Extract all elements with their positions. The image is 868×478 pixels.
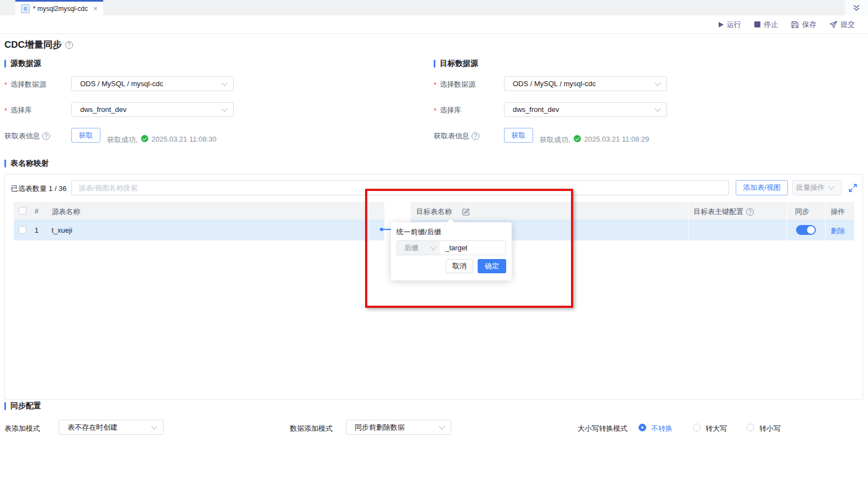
toggle-knob bbox=[807, 226, 815, 234]
data-add-mode-select[interactable]: 同步前删除数据 bbox=[346, 420, 451, 435]
radio-to-uppercase[interactable] bbox=[693, 424, 701, 431]
page-title: CDC增量同步 ? bbox=[4, 38, 73, 51]
chevron-down-icon bbox=[430, 244, 436, 250]
chevron-down-icon bbox=[439, 423, 445, 429]
source-db-value: dws_front_dev bbox=[80, 105, 127, 114]
success-check-icon bbox=[141, 135, 148, 142]
submit-label: 提交 bbox=[841, 20, 855, 30]
save-icon bbox=[791, 21, 799, 29]
delete-row-link[interactable]: 删除 bbox=[831, 226, 845, 236]
data-add-mode-label: 数据添加模式 bbox=[290, 424, 333, 434]
case-convert-mode-label: 大小写转换模式 bbox=[578, 424, 628, 434]
radio-no-convert[interactable] bbox=[639, 424, 646, 431]
double-chevron-down-icon[interactable] bbox=[852, 3, 861, 12]
source-datasource-value: ODS / MySQL / mysql-cdc bbox=[80, 80, 163, 88]
add-table-button[interactable]: 添加表/视图 bbox=[736, 180, 788, 195]
section-sync-config: 同步配置 bbox=[4, 401, 41, 411]
required-mark: * bbox=[4, 106, 7, 115]
col-pk-config: 目标表主键配置 ? bbox=[693, 207, 754, 217]
target-fetch-label: 获取表信息 ? bbox=[434, 131, 479, 141]
col-action: 操作 bbox=[831, 207, 845, 217]
save-label: 保存 bbox=[802, 20, 816, 30]
select-all-checkbox[interactable] bbox=[19, 207, 26, 215]
source-datasource-label-text: 选择数据源 bbox=[10, 80, 46, 89]
table-add-mode-label: 表添加模式 bbox=[4, 424, 40, 434]
app-root: S * mysql2mysql-cdc × 运行 停止 保存 bbox=[0, 0, 868, 478]
source-fetch-label-text: 获取表信息 bbox=[4, 131, 40, 141]
help-icon[interactable]: ? bbox=[746, 208, 754, 216]
confirm-button[interactable]: 确定 bbox=[478, 259, 506, 273]
source-datasource-select[interactable]: ODS / MySQL / mysql-cdc bbox=[71, 76, 234, 91]
target-fetch-time: 2025.03.21 11:08:29 bbox=[584, 135, 649, 143]
chevron-down-icon bbox=[828, 183, 834, 189]
run-button[interactable]: 运行 bbox=[719, 20, 741, 30]
col-target-name: 目标表名称 bbox=[416, 207, 452, 217]
chevron-down-icon bbox=[151, 423, 157, 429]
submit-button[interactable]: 提交 bbox=[830, 20, 855, 30]
section-accent-bar bbox=[4, 402, 6, 410]
save-button[interactable]: 保存 bbox=[791, 20, 816, 30]
help-icon[interactable]: ? bbox=[42, 132, 50, 140]
target-datasource-label-text: 选择数据源 bbox=[440, 80, 475, 89]
chevron-down-icon bbox=[654, 80, 660, 86]
batch-actions-button[interactable]: 批量操作 bbox=[792, 180, 842, 195]
chevron-down-icon bbox=[221, 105, 227, 111]
radio-to-uppercase-label[interactable]: 转大写 bbox=[705, 424, 727, 434]
source-fetch-label: 获取表信息 ? bbox=[4, 131, 50, 141]
radio-no-convert-label[interactable]: 不转换 bbox=[651, 424, 673, 434]
suffix-mode-select[interactable]: 后缀 bbox=[396, 240, 440, 255]
tab-strip-right bbox=[845, 0, 868, 15]
table-add-mode-select[interactable]: 表不存在时创建 bbox=[59, 420, 164, 435]
source-section-title: 源数据源 bbox=[10, 59, 41, 69]
target-fetch-button[interactable]: 获取 bbox=[504, 128, 533, 143]
row-checkbox[interactable] bbox=[19, 226, 26, 234]
job-type-icon: S bbox=[21, 4, 30, 13]
source-db-select[interactable]: dws_front_dev bbox=[71, 102, 234, 117]
chevron-down-icon bbox=[221, 80, 227, 86]
source-fetch-button[interactable]: 获取 bbox=[71, 128, 100, 143]
run-icon bbox=[719, 22, 724, 27]
suffix-mode-value: 后缀 bbox=[404, 243, 418, 253]
add-table-button-label: 添加表/视图 bbox=[743, 183, 781, 193]
source-fetch-status: 获取成功, bbox=[107, 135, 138, 145]
tab-mysql2mysql-cdc[interactable]: S * mysql2mysql-cdc × bbox=[15, 0, 103, 15]
target-fetch-button-label: 获取 bbox=[512, 131, 526, 140]
cancel-button-label: 取消 bbox=[452, 261, 467, 271]
row-index: 1 bbox=[35, 226, 38, 234]
sync-config-section-title: 同步配置 bbox=[10, 401, 41, 411]
table-add-mode-value: 表不存在时创建 bbox=[68, 423, 117, 432]
edit-target-name-icon[interactable] bbox=[462, 208, 470, 216]
confirm-button-label: 确定 bbox=[485, 261, 499, 271]
col-sync: 同步 bbox=[795, 207, 809, 217]
radio-to-lowercase-label[interactable]: 转小写 bbox=[759, 424, 781, 434]
tab-title: * mysql2mysql-cdc bbox=[33, 5, 88, 13]
tab-close-icon[interactable]: × bbox=[93, 4, 98, 13]
required-mark: * bbox=[434, 81, 436, 89]
required-mark: * bbox=[4, 81, 7, 89]
section-source: 源数据源 bbox=[4, 59, 41, 69]
expand-fullscreen-icon[interactable] bbox=[848, 183, 858, 193]
section-accent-bar bbox=[4, 60, 6, 68]
sync-toggle[interactable] bbox=[796, 225, 816, 235]
action-toolbar: 运行 停止 保存 提交 bbox=[0, 15, 868, 34]
target-datasource-select[interactable]: ODS / MySQL / mysql-cdc bbox=[504, 76, 667, 91]
required-mark: * bbox=[434, 106, 436, 115]
radio-to-lowercase[interactable] bbox=[747, 424, 754, 431]
source-fetch-button-label: 获取 bbox=[79, 131, 93, 140]
batch-actions-label: 批量操作 bbox=[796, 183, 825, 193]
stop-button[interactable]: 停止 bbox=[754, 20, 778, 30]
target-db-label: * 选择库 bbox=[434, 105, 461, 115]
target-datasource-label: * 选择数据源 bbox=[434, 80, 475, 89]
table-search-input[interactable] bbox=[71, 180, 729, 195]
row-source-name: t_xueji bbox=[52, 226, 72, 234]
help-icon[interactable]: ? bbox=[65, 41, 73, 49]
target-db-select[interactable]: dws_front_dev bbox=[504, 102, 667, 117]
tab-bar: S * mysql2mysql-cdc × bbox=[0, 0, 868, 16]
source-fetch-time: 2025.03.21 11:08:30 bbox=[152, 135, 216, 143]
source-db-label: * 选择库 bbox=[4, 105, 32, 115]
cancel-button[interactable]: 取消 bbox=[446, 259, 473, 273]
submit-icon bbox=[830, 21, 837, 29]
prefix-suffix-popover: 统一前缀/后缀 后缀 取消 确定 bbox=[391, 222, 512, 280]
help-icon[interactable]: ? bbox=[472, 132, 479, 140]
suffix-value-input[interactable] bbox=[440, 240, 506, 255]
